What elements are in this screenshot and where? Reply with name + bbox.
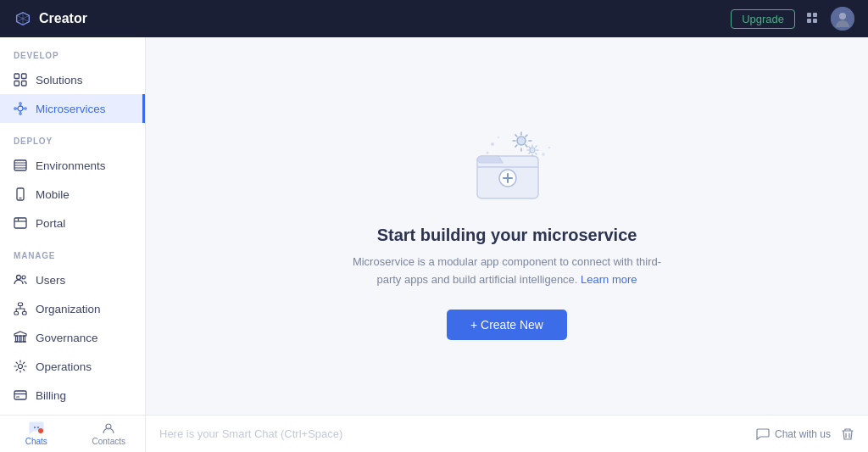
sidebar-item-environments[interactable]: Environments bbox=[0, 151, 145, 180]
svg-rect-32 bbox=[24, 336, 25, 342]
users-label: Users bbox=[36, 274, 65, 287]
solutions-icon bbox=[14, 73, 27, 86]
svg-point-48 bbox=[498, 137, 500, 139]
mobile-icon bbox=[14, 187, 27, 201]
bottombar: Chats Contacts Here is your Smart Chat (… bbox=[0, 415, 868, 452]
svg-point-49 bbox=[34, 427, 36, 428]
contacts-icon bbox=[102, 421, 115, 435]
chats-badge bbox=[38, 428, 43, 433]
svg-point-10 bbox=[18, 106, 23, 111]
chat-input-area[interactable]: Here is your Smart Chat (Ctrl+Space) bbox=[146, 427, 743, 440]
billing-icon bbox=[14, 388, 27, 402]
svg-point-42 bbox=[517, 137, 526, 145]
bottom-right: Chat with us bbox=[743, 427, 868, 441]
chat-with-us-button[interactable]: Chat with us bbox=[756, 427, 831, 441]
sidebar: DEVELOP Solutions Microservi bbox=[0, 37, 146, 415]
content-area: Start building your microservice Microse… bbox=[146, 37, 868, 415]
svg-rect-6 bbox=[14, 74, 19, 79]
microservices-icon bbox=[14, 102, 27, 115]
governance-icon bbox=[14, 331, 27, 344]
chats-tab-label: Chats bbox=[25, 437, 47, 446]
svg-rect-8 bbox=[14, 81, 19, 86]
portal-label: Portal bbox=[36, 217, 65, 230]
empty-state-title: Start building your microservice bbox=[377, 226, 637, 245]
microservices-label: Microservices bbox=[36, 103, 106, 115]
environments-label: Environments bbox=[36, 159, 106, 172]
svg-rect-37 bbox=[16, 396, 19, 398]
svg-rect-0 bbox=[807, 13, 811, 17]
sidebar-item-organization[interactable]: Organization bbox=[0, 294, 145, 323]
svg-point-12 bbox=[19, 113, 21, 114]
chat-placeholder: Here is your Smart Chat (Ctrl+Space) bbox=[159, 427, 342, 440]
svg-point-14 bbox=[25, 108, 26, 109]
governance-label: Governance bbox=[36, 332, 98, 344]
svg-rect-3 bbox=[813, 19, 817, 23]
sidebar-item-solutions[interactable]: Solutions bbox=[0, 65, 145, 94]
sidebar-item-portal[interactable]: Portal bbox=[0, 209, 145, 237]
avatar[interactable] bbox=[831, 7, 854, 31]
svg-rect-9 bbox=[22, 81, 27, 86]
org-icon bbox=[14, 302, 27, 315]
svg-point-44 bbox=[491, 142, 494, 146]
svg-point-13 bbox=[14, 108, 16, 109]
svg-rect-7 bbox=[22, 74, 27, 79]
bottom-tabs: Chats Contacts bbox=[0, 416, 146, 452]
svg-point-34 bbox=[19, 365, 23, 369]
svg-rect-30 bbox=[16, 336, 18, 342]
section-label-deploy: DEPLOY bbox=[0, 123, 145, 151]
svg-point-5 bbox=[839, 13, 846, 20]
create-new-button[interactable]: + Create New bbox=[447, 310, 567, 340]
svg-point-25 bbox=[17, 276, 21, 280]
empty-state-description: Microservice is a modular app component … bbox=[346, 254, 668, 289]
sidebar-item-governance[interactable]: Governance bbox=[0, 323, 145, 352]
svg-rect-27 bbox=[19, 303, 23, 306]
portal-icon bbox=[14, 216, 27, 230]
app-logo: Creator bbox=[14, 9, 87, 28]
svg-rect-2 bbox=[807, 19, 811, 23]
svg-point-47 bbox=[548, 147, 551, 149]
trash-icon[interactable] bbox=[841, 427, 854, 441]
mobile-label: Mobile bbox=[36, 188, 70, 201]
svg-point-43 bbox=[530, 148, 535, 153]
contacts-tab-label: Contacts bbox=[92, 437, 125, 446]
illustration bbox=[452, 112, 562, 209]
upgrade-button[interactable]: Upgrade bbox=[731, 9, 795, 29]
svg-point-45 bbox=[487, 152, 489, 154]
topbar-right: Upgrade bbox=[731, 7, 854, 31]
section-label-develop: DEVELOP bbox=[0, 37, 145, 65]
svg-rect-35 bbox=[14, 391, 26, 399]
operations-label: Operations bbox=[36, 360, 92, 373]
svg-point-26 bbox=[22, 276, 25, 279]
grid-icon[interactable] bbox=[805, 11, 821, 26]
sidebar-item-operations[interactable]: Operations bbox=[0, 352, 145, 381]
section-label-manage: MANAGE bbox=[0, 237, 145, 265]
solutions-label: Solutions bbox=[36, 74, 83, 86]
svg-point-46 bbox=[542, 153, 545, 156]
operations-icon bbox=[14, 360, 27, 373]
svg-rect-1 bbox=[813, 13, 817, 17]
svg-rect-29 bbox=[23, 312, 27, 315]
svg-rect-28 bbox=[14, 312, 19, 315]
sidebar-item-users[interactable]: Users bbox=[0, 265, 145, 294]
empty-state: Start building your microservice Microse… bbox=[329, 95, 685, 357]
sidebar-item-billing[interactable]: Billing bbox=[0, 381, 145, 410]
organization-label: Organization bbox=[36, 303, 101, 315]
sidebar-item-microservices[interactable]: Microservices bbox=[0, 94, 145, 123]
environments-icon bbox=[14, 159, 27, 172]
learn-more-link[interactable]: Learn more bbox=[581, 273, 637, 286]
billing-label: Billing bbox=[36, 389, 66, 402]
svg-rect-22 bbox=[14, 218, 26, 228]
svg-point-11 bbox=[19, 103, 21, 104]
chat-bubble-icon bbox=[756, 427, 770, 441]
chat-with-us-label: Chat with us bbox=[775, 428, 831, 440]
logo-icon bbox=[14, 9, 32, 28]
topbar: Creator Upgrade bbox=[0, 0, 868, 37]
svg-rect-31 bbox=[19, 336, 21, 342]
users-icon bbox=[14, 273, 27, 287]
main-layout: DEVELOP Solutions Microservi bbox=[0, 37, 868, 415]
tab-chats[interactable]: Chats bbox=[0, 416, 73, 452]
sidebar-item-mobile[interactable]: Mobile bbox=[0, 180, 145, 209]
tab-contacts[interactable]: Contacts bbox=[73, 416, 146, 452]
app-title: Creator bbox=[39, 11, 87, 26]
